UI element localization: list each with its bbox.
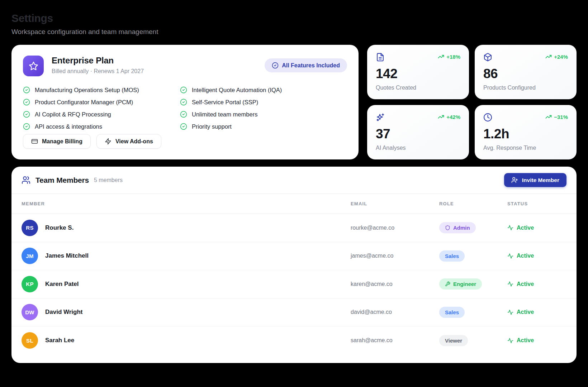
feature-item: Product Configurator Manager (PCM) bbox=[23, 99, 180, 106]
status-label: Active bbox=[517, 309, 534, 315]
feature-item: Unlimited team members bbox=[180, 111, 347, 118]
column-header-status: STATUS bbox=[507, 201, 566, 206]
plan-features: Manufacturing Operations Setup (MOS) Pro… bbox=[23, 86, 347, 130]
stat-card-ai-analyses: +42% 37 AI Analyses bbox=[367, 105, 469, 159]
avatar: RS bbox=[22, 220, 38, 236]
trend-value: +24% bbox=[554, 54, 568, 60]
users-icon bbox=[22, 176, 30, 185]
shield-icon bbox=[445, 225, 450, 230]
avatar: SL bbox=[22, 332, 38, 349]
feature-label: AI Copilot & RFQ Processing bbox=[35, 111, 111, 118]
avatar: JM bbox=[22, 248, 38, 264]
check-circle-icon bbox=[180, 86, 187, 94]
file-text-icon bbox=[376, 53, 385, 62]
plan-billing-info: Billed annually · Renews 1 Apr 2027 bbox=[52, 68, 144, 75]
member-email: david@acme.co bbox=[351, 309, 439, 315]
team-title: Team Members bbox=[35, 176, 89, 185]
feature-label: Manufacturing Operations Setup (MOS) bbox=[35, 87, 139, 94]
trend-badge: +18% bbox=[438, 53, 460, 60]
stat-value: 142 bbox=[376, 66, 460, 81]
feature-label: API access & integrations bbox=[35, 123, 102, 130]
stat-label: Quotes Created bbox=[376, 85, 460, 91]
page-subtitle: Workspace configuration and team managem… bbox=[11, 28, 577, 36]
member-name: David Wright bbox=[45, 309, 83, 316]
zap-icon bbox=[105, 138, 112, 145]
feature-label: Self-Service Portal (SSP) bbox=[192, 99, 258, 106]
all-features-badge-label: All Features Included bbox=[282, 62, 340, 69]
member-email: karen@acme.co bbox=[351, 281, 439, 287]
trend-value: +42% bbox=[446, 114, 460, 120]
role-badge: Engineer bbox=[439, 278, 482, 290]
clock-icon bbox=[483, 113, 492, 122]
user-plus-icon bbox=[511, 177, 518, 183]
column-header-member: MEMBER bbox=[22, 201, 351, 206]
stat-card-products-configured: +24% 86 Products Configured bbox=[475, 45, 577, 99]
role-label: Sales bbox=[445, 253, 459, 259]
team-members-card: Team Members 5 members Invite Member MEM… bbox=[11, 167, 577, 363]
member-name: Sarah Lee bbox=[45, 337, 74, 344]
feature-label: Unlimited team members bbox=[192, 111, 257, 118]
manage-billing-button[interactable]: Manage Billing bbox=[23, 134, 91, 149]
stat-label: Avg. Response Time bbox=[483, 145, 568, 151]
member-name: Karen Patel bbox=[45, 281, 79, 288]
plan-actions: Manage Billing View Add-ons bbox=[23, 134, 347, 149]
table-row: DW David Wright david@acme.co Sales Acti… bbox=[11, 298, 577, 327]
feature-item: Manufacturing Operations Setup (MOS) bbox=[23, 86, 180, 94]
activity-icon bbox=[507, 281, 513, 287]
all-features-badge: All Features Included bbox=[265, 58, 347, 72]
page-title: Settings bbox=[11, 12, 577, 24]
activity-icon bbox=[507, 225, 513, 231]
feature-label: Priority support bbox=[192, 123, 232, 130]
check-circle-icon bbox=[180, 123, 187, 130]
settings-page: Settings Workspace configuration and tea… bbox=[0, 0, 588, 387]
trending-up-icon bbox=[438, 114, 444, 120]
trend-value: −31% bbox=[554, 114, 568, 120]
manage-billing-label: Manage Billing bbox=[42, 138, 82, 145]
status-label: Active bbox=[517, 225, 534, 231]
invite-member-label: Invite Member bbox=[522, 177, 559, 183]
stat-card-avg-response-time: −31% 1.2h Avg. Response Time bbox=[475, 105, 577, 159]
member-email: rourke@acme.co bbox=[351, 225, 439, 231]
activity-icon bbox=[507, 309, 513, 315]
feature-item: AI Copilot & RFQ Processing bbox=[23, 111, 180, 118]
role-badge: Sales bbox=[439, 307, 465, 318]
member-email: sarah@acme.co bbox=[351, 337, 439, 344]
member-email: james@acme.co bbox=[351, 253, 439, 259]
feature-label: Product Configurator Manager (PCM) bbox=[35, 99, 133, 106]
role-badge: Admin bbox=[439, 222, 476, 233]
table-row: JM James Mitchell james@acme.co Sales Ac… bbox=[11, 242, 577, 271]
avatar: KP bbox=[22, 276, 38, 292]
stat-label: Products Configured bbox=[483, 85, 568, 91]
role-label: Admin bbox=[453, 225, 470, 231]
check-circle-icon bbox=[180, 111, 187, 118]
trend-badge: +24% bbox=[545, 53, 568, 60]
feature-item: Priority support bbox=[180, 123, 347, 130]
features-right-column: Intelligent Quote Automation (IQA) Self-… bbox=[180, 86, 347, 130]
stat-value: 37 bbox=[376, 126, 460, 142]
check-circle-icon bbox=[180, 99, 187, 106]
team-member-count: 5 members bbox=[94, 177, 123, 183]
status-badge: Active bbox=[507, 225, 566, 231]
view-addons-button[interactable]: View Add-ons bbox=[96, 134, 161, 149]
role-label: Engineer bbox=[453, 281, 476, 287]
role-label: Sales bbox=[445, 309, 459, 315]
top-row: Enterprise Plan Billed annually · Renews… bbox=[11, 45, 577, 159]
stat-label: AI Analyses bbox=[376, 145, 460, 151]
view-addons-label: View Add-ons bbox=[115, 138, 153, 145]
feature-label: Intelligent Quote Automation (IQA) bbox=[192, 87, 282, 94]
table-row: KP Karen Patel karen@acme.co Engineer Ac… bbox=[11, 270, 577, 298]
status-badge: Active bbox=[507, 309, 566, 315]
column-header-email: EMAIL bbox=[351, 201, 439, 206]
status-badge: Active bbox=[507, 337, 566, 344]
table-row: SL Sarah Lee sarah@acme.co Viewer Active bbox=[11, 326, 577, 355]
status-label: Active bbox=[517, 281, 534, 287]
feature-item: Intelligent Quote Automation (IQA) bbox=[180, 86, 347, 94]
plan-name: Enterprise Plan bbox=[52, 56, 144, 66]
table-row: RS Rourke S. rourke@acme.co Admin Active bbox=[11, 214, 577, 242]
status-badge: Active bbox=[507, 253, 566, 259]
stat-value: 86 bbox=[483, 66, 568, 81]
trending-up-icon bbox=[438, 53, 444, 60]
invite-member-button[interactable]: Invite Member bbox=[504, 173, 566, 187]
team-header: Team Members 5 members Invite Member bbox=[11, 167, 577, 194]
status-badge: Active bbox=[507, 281, 566, 287]
